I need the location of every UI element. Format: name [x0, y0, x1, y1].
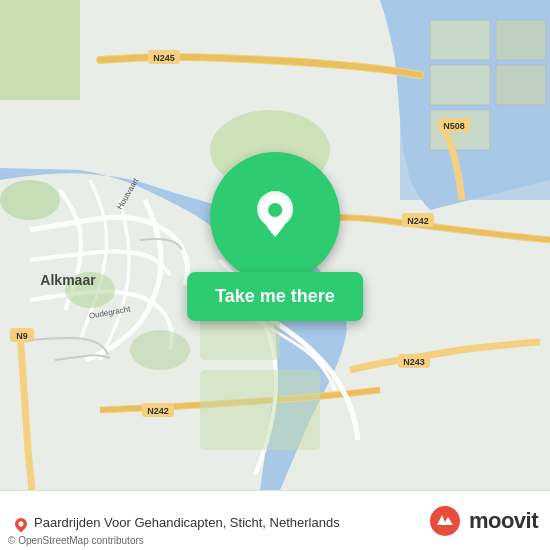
svg-text:Alkmaar: Alkmaar — [40, 272, 96, 288]
take-me-there-button[interactable]: Take me there — [187, 272, 363, 321]
svg-rect-5 — [496, 20, 546, 60]
svg-text:N242: N242 — [147, 406, 169, 416]
svg-text:N242: N242 — [407, 216, 429, 226]
map-container: N245 N242 N242 N243 N9 N508 — [0, 0, 550, 490]
moovit-logo-text: moovit — [469, 508, 538, 534]
svg-rect-8 — [0, 0, 80, 100]
moovit-logo-icon — [429, 505, 461, 537]
location-pin-small — [13, 515, 30, 532]
svg-text:N9: N9 — [16, 331, 28, 341]
svg-rect-3 — [430, 65, 490, 105]
svg-point-32 — [430, 506, 460, 536]
location-name: Paardrijden Voor Gehandicapten, Sticht, … — [34, 515, 429, 530]
location-circle — [210, 152, 340, 282]
svg-point-31 — [268, 203, 282, 217]
svg-rect-2 — [430, 20, 490, 60]
svg-rect-25 — [200, 370, 320, 450]
map-attribution: © OpenStreetMap contributors — [8, 535, 144, 546]
location-pin-icon — [250, 187, 300, 247]
svg-text:N245: N245 — [153, 53, 175, 63]
svg-point-23 — [130, 330, 190, 370]
svg-text:N243: N243 — [403, 357, 425, 367]
svg-text:N508: N508 — [443, 121, 465, 131]
svg-rect-6 — [496, 65, 546, 105]
svg-point-9 — [0, 180, 60, 220]
moovit-logo: moovit — [429, 505, 538, 537]
button-overlay: Take me there — [187, 152, 363, 321]
info-bar: © OpenStreetMap contributors Paardrijden… — [0, 490, 550, 550]
